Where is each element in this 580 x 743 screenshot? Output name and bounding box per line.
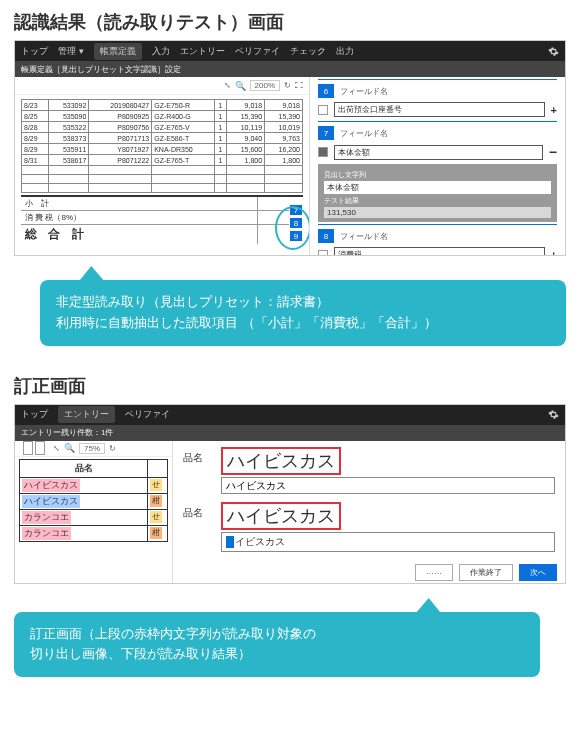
field8-checkbox[interactable] — [318, 250, 328, 257]
field-badge-7[interactable]: 7 — [289, 204, 303, 216]
subbar: 帳票定義［見出しプリセット文字認識］設定 — [15, 61, 565, 77]
tab-form-def[interactable]: 帳票定義 — [94, 43, 142, 60]
topbar: トップ 管理 ▾ 帳票定義 入力 エントリー ベリファイ チェック 出力 — [15, 41, 565, 61]
callout-1: 非定型読み取り（見出しプリセット：請求書） 利用時に自動抽出した読取項目 （「小… — [40, 280, 566, 346]
topbar2: トップ エントリー ベリファイ — [15, 405, 565, 425]
tab-input[interactable]: 入力 — [152, 45, 170, 58]
field-list-pane: 6 フィールド名 出荷預金口座番号 + 7 フィールド名 本体金額 − 見出し文… — [310, 77, 565, 256]
tab-verify[interactable]: ベリファイ — [235, 45, 280, 58]
grand-total-label: 総 合 計 — [21, 225, 257, 244]
list-item: カランコエせ — [20, 509, 168, 525]
list-item: ハイビスカス柑 — [20, 493, 168, 509]
col-header: 品名 — [20, 459, 148, 477]
callout-1-text: 非定型読み取り（見出しプリセット：請求書） 利用時に自動抽出した読取項目 （「小… — [56, 294, 437, 330]
field7-checkbox[interactable] — [318, 147, 328, 157]
zoom-level[interactable]: 200% — [250, 80, 280, 91]
table-row: 8/28535322P8090756GZ-E765-V110,11910,019 — [22, 122, 303, 133]
tab-entry[interactable]: エントリー — [180, 45, 225, 58]
field7-detail: 見出し文字列 本体金額 テスト結果 131,530 — [318, 164, 557, 222]
correction-preview-pane: ⤡ 🔍 75% ↻ 品名 ハイビスカスせハイビスカス柑カランコエせカランコエ柑 — [15, 441, 173, 584]
table-row: 8/25535090P8090925GZ-R400-G115,39015,390 — [22, 111, 303, 122]
field8-label: フィールド名 — [340, 231, 557, 242]
section1-title: 認識結果（読み取りテスト）画面 — [14, 10, 580, 34]
list-item: カランコエ柑 — [20, 525, 168, 541]
field8-expand-icon[interactable]: + — [551, 249, 557, 257]
page-thumb-2[interactable] — [35, 441, 45, 455]
correction-window: トップ エントリー ベリファイ エントリー残り件数：1件 ⤡ 🔍 75% ↻ 品… — [14, 404, 566, 584]
finish-button[interactable]: 作業終了 — [459, 564, 513, 581]
field6-name-input[interactable]: 出荷預金口座番号 — [334, 102, 545, 117]
item-name-table: 品名 ハイビスカスせハイビスカス柑カランコエせカランコエ柑 — [19, 459, 168, 542]
collapse-icon[interactable]: ⤡ — [224, 81, 231, 90]
tax-label: 消 費 税（8%） — [21, 211, 257, 224]
expand-icon[interactable]: ⛶ — [295, 81, 303, 90]
field-label-2: 品名 — [183, 502, 211, 520]
tab2-verify[interactable]: ベリファイ — [125, 408, 170, 421]
callout-2-text: 訂正画面（上段の赤枠内文字列が読み取り対象の 切り出し画像、下段が読み取り結果） — [30, 626, 316, 662]
field7-label: フィールド名 — [340, 128, 557, 139]
collapse-icon-2[interactable]: ⤡ — [53, 444, 60, 453]
tab-manage[interactable]: 管理 ▾ — [58, 45, 84, 58]
detail-heading-label: 見出し文字列 — [324, 170, 551, 180]
page-thumb-1[interactable] — [23, 441, 33, 455]
field-badge-9[interactable]: 9 — [289, 230, 303, 242]
detail-result-value: 131,530 — [324, 207, 551, 218]
field-label-1: 品名 — [183, 447, 211, 465]
subbar2: エントリー残り件数：1件 — [15, 425, 565, 441]
field6-expand-icon[interactable]: + — [551, 104, 557, 116]
tab2-top[interactable]: トップ — [21, 408, 48, 421]
correction-input-2[interactable]: イビスカス — [221, 532, 555, 552]
field-num-6[interactable]: 6 — [318, 84, 334, 98]
recognition-result-window: トップ 管理 ▾ 帳票定義 入力 エントリー ベリファイ チェック 出力 帳票定… — [14, 40, 566, 256]
tab-check[interactable]: チェック — [290, 45, 326, 58]
clip-image-1: ハイビスカス — [221, 447, 341, 475]
callout-2: 訂正画面（上段の赤枠内文字列が読み取り対象の 切り出し画像、下段が読み取り結果） — [14, 612, 540, 678]
table-row: 8/235330922019080427GZ-E750-R19,0189,018 — [22, 100, 303, 111]
rotate-icon-2[interactable]: ↻ — [109, 444, 116, 453]
field-num-8[interactable]: 8 — [318, 229, 334, 243]
gear-icon[interactable] — [548, 46, 559, 57]
correction-form-pane: 品名 ハイビスカス 品名 ハイビスカス イビスカス …… 作業終了 次へ — [173, 441, 565, 584]
gear-icon-2[interactable] — [548, 409, 559, 420]
magnifier-icon-2[interactable]: 🔍 — [64, 443, 75, 453]
table-row: 8/31538617P8071222GZ-E765-T11,8001,800 — [22, 155, 303, 166]
field-badge-8[interactable]: 8 — [289, 217, 303, 229]
detail-result-label: テスト結果 — [324, 196, 551, 206]
detail-heading-value[interactable]: 本体金額 — [324, 181, 551, 194]
zoom-level-2[interactable]: 75% — [79, 443, 105, 454]
tab2-entry[interactable]: エントリー — [58, 406, 115, 423]
field-badge-stack: 7 8 9 — [289, 204, 303, 242]
clip-image-2: ハイビスカス — [221, 502, 341, 530]
field7-name-input[interactable]: 本体金額 — [334, 145, 543, 160]
more-button[interactable]: …… — [415, 564, 453, 581]
invoice-table: 8/235330922019080427GZ-E750-R19,0189,018… — [21, 99, 303, 193]
document-preview-pane: ⤡ 🔍 200% ↻ ⛶ 8/235330922019080427GZ-E750… — [15, 77, 310, 256]
subtotal-label: 小 計 — [21, 197, 257, 210]
tab-top[interactable]: トップ — [21, 45, 48, 58]
list-item: ハイビスカスせ — [20, 477, 168, 493]
zoom-toolbar: ⤡ 🔍 200% ↻ ⛶ — [15, 77, 309, 95]
section2-title: 訂正画面 — [14, 374, 580, 398]
table-row: 8/29535911Y8071927KNA-DR350115,60016,200 — [22, 144, 303, 155]
rotate-icon[interactable]: ↻ — [284, 81, 291, 90]
field6-checkbox[interactable] — [318, 105, 328, 115]
correction-input-1[interactable] — [221, 477, 555, 494]
next-button[interactable]: 次へ — [519, 564, 557, 581]
field8-name-input[interactable]: 消費税 — [334, 247, 545, 256]
field-num-7[interactable]: 7 — [318, 126, 334, 140]
field7-collapse-icon[interactable]: − — [549, 144, 557, 160]
magnifier-icon[interactable]: 🔍 — [235, 81, 246, 91]
table-row: 8/29538373P8071713GZ-E586-T19,0409,763 — [22, 133, 303, 144]
text-caret — [226, 536, 234, 548]
tab-output[interactable]: 出力 — [336, 45, 354, 58]
field6-label: フィールド名 — [340, 86, 557, 97]
